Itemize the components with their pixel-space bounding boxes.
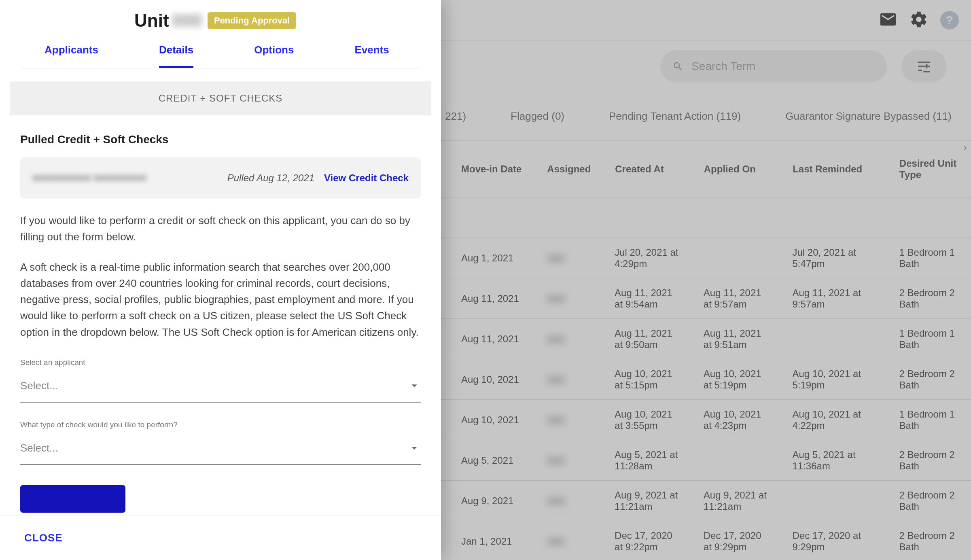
intro-paragraph: If you would like to perform a credit or… bbox=[20, 212, 421, 245]
tab-applicants[interactable]: Applicants bbox=[45, 44, 98, 68]
panel-body[interactable]: CREDIT + SOFT CHECKS Pulled Credit + Sof… bbox=[0, 68, 441, 515]
status-badge: Pending Approval bbox=[208, 12, 296, 29]
submit-button[interactable] bbox=[20, 485, 125, 513]
panel-header: Unit 000 Pending Approval Applicants Det… bbox=[0, 0, 441, 68]
close-button[interactable]: CLOSE bbox=[24, 532, 63, 544]
check-type-label: What type of check would you like to per… bbox=[20, 420, 421, 429]
pulled-heading: Pulled Credit + Soft Checks bbox=[20, 133, 421, 146]
details-panel: Unit 000 Pending Approval Applicants Det… bbox=[0, 0, 441, 560]
credit-check-date: Pulled Aug 12, 2021 bbox=[227, 172, 314, 184]
check-type-select-placeholder: Select... bbox=[20, 442, 58, 454]
tab-events[interactable]: Events bbox=[354, 44, 389, 68]
modal-backdrop[interactable] bbox=[441, 0, 971, 560]
applicant-select-placeholder: Select... bbox=[20, 380, 58, 392]
unit-label: Unit bbox=[134, 11, 169, 31]
tab-options[interactable]: Options bbox=[254, 44, 294, 68]
section-header: CREDIT + SOFT CHECKS bbox=[10, 81, 431, 115]
select-applicant-label: Select an applicant bbox=[20, 358, 421, 367]
description-paragraph: A soft check is a real-time public infor… bbox=[20, 259, 421, 340]
check-type-select[interactable]: Select... bbox=[20, 432, 421, 465]
chevron-down-icon bbox=[408, 441, 421, 454]
chevron-down-icon bbox=[408, 379, 421, 392]
tab-details[interactable]: Details bbox=[159, 44, 193, 68]
view-credit-check-link[interactable]: View Credit Check bbox=[324, 172, 409, 184]
credit-check-name: ■■■■■■■■■■ ■■■■■■■■■ bbox=[32, 172, 218, 184]
tab-bar: Applicants Details Options Events bbox=[20, 31, 421, 68]
credit-check-card: ■■■■■■■■■■ ■■■■■■■■■ Pulled Aug 12, 2021… bbox=[20, 157, 421, 199]
unit-number: 000 bbox=[172, 11, 202, 31]
page-title: Unit 000 bbox=[134, 11, 202, 31]
panel-footer: CLOSE bbox=[0, 515, 441, 560]
applicant-select[interactable]: Select... bbox=[20, 369, 421, 403]
